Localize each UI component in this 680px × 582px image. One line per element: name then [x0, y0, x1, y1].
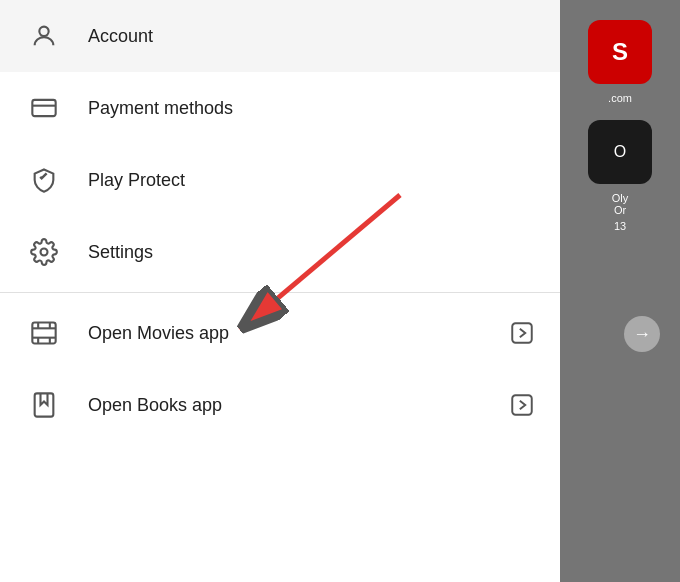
- svg-rect-5: [32, 323, 55, 344]
- movies-arrow-icon: [508, 319, 536, 347]
- menu-panel: Account Payment methods Play Protect: [0, 0, 560, 582]
- svg-rect-14: [512, 395, 532, 415]
- svg-point-0: [39, 27, 48, 36]
- menu-divider: [0, 292, 560, 293]
- menu-item-books[interactable]: Open Books app: [0, 369, 560, 441]
- app-icon-text: S: [612, 38, 628, 66]
- payment-methods-label: Payment methods: [88, 98, 536, 119]
- gear-icon: [24, 238, 64, 266]
- svg-marker-3: [39, 172, 47, 180]
- menu-item-play-protect[interactable]: Play Protect: [0, 144, 560, 216]
- menu-item-movies[interactable]: Open Movies app: [0, 297, 560, 369]
- svg-rect-13: [35, 393, 54, 416]
- film-icon: [24, 319, 64, 347]
- credit-card-icon: [24, 94, 64, 122]
- shield-icon: [24, 166, 64, 194]
- books-arrow-icon: [508, 391, 536, 419]
- account-label: Account: [88, 26, 536, 47]
- bookmark-icon: [24, 391, 64, 419]
- app-label-1: .com: [608, 92, 632, 104]
- app-icon-text-2: O: [614, 143, 626, 161]
- app-count: 13: [614, 220, 626, 232]
- scroll-right-button[interactable]: →: [624, 316, 660, 352]
- app-label-2: OlyOr: [612, 192, 629, 216]
- svg-point-4: [41, 249, 48, 256]
- app-entry-2: O OlyOr 13: [560, 116, 680, 236]
- play-protect-label: Play Protect: [88, 170, 536, 191]
- books-label: Open Books app: [88, 395, 508, 416]
- settings-label: Settings: [88, 242, 536, 263]
- person-icon: [24, 22, 64, 50]
- movies-label: Open Movies app: [88, 323, 508, 344]
- svg-rect-12: [512, 323, 532, 343]
- right-panel-background: S .com O OlyOr 13 →: [560, 0, 680, 582]
- menu-item-payment[interactable]: Payment methods: [0, 72, 560, 144]
- app-icon-dark: O: [588, 120, 652, 184]
- right-arrow-icon: →: [633, 324, 651, 345]
- app-entry-1: S .com: [560, 16, 680, 108]
- menu-item-settings[interactable]: Settings: [0, 216, 560, 288]
- app-icon-red: S: [588, 20, 652, 84]
- svg-rect-1: [32, 100, 55, 116]
- menu-item-account[interactable]: Account: [0, 0, 560, 72]
